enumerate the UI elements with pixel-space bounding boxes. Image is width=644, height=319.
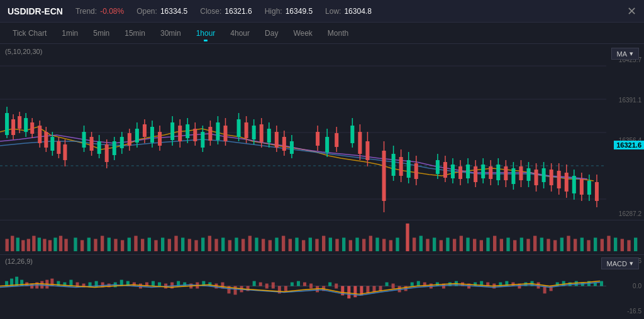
svg-rect-157 xyxy=(64,239,67,251)
svg-rect-147 xyxy=(11,236,14,252)
svg-rect-160 xyxy=(87,237,91,251)
high-stat: High: 16349.5 xyxy=(265,7,313,16)
svg-rect-177 xyxy=(201,237,204,251)
price-level-5: 16287.2 xyxy=(609,210,641,217)
svg-rect-183 xyxy=(242,239,245,251)
svg-rect-182 xyxy=(235,237,238,251)
open-value: 16334.5 xyxy=(160,7,187,16)
timeframe-tick-chart[interactable]: Tick Chart xyxy=(5,26,54,40)
price-chart: (5,10,20,30) MA ▾ xyxy=(0,44,644,220)
svg-rect-151 xyxy=(32,236,35,252)
timeframe-1min[interactable]: 1min xyxy=(54,26,86,40)
svg-rect-305 xyxy=(386,283,389,286)
trend-label: Trend: xyxy=(75,7,97,16)
svg-rect-192 xyxy=(302,240,305,251)
svg-rect-231 xyxy=(567,236,570,252)
svg-rect-172 xyxy=(168,239,171,251)
svg-rect-232 xyxy=(574,239,577,251)
timeframe-1hour[interactable]: 1hour xyxy=(189,26,223,40)
svg-rect-163 xyxy=(108,237,111,251)
svg-rect-176 xyxy=(194,240,197,251)
svg-rect-194 xyxy=(315,239,318,251)
svg-rect-148 xyxy=(16,237,19,251)
macd-label: (12,26,9) xyxy=(5,257,33,265)
macd-selector[interactable]: MACD ▾ xyxy=(601,257,639,269)
timeframe-day[interactable]: Day xyxy=(257,26,286,40)
svg-rect-165 xyxy=(121,240,124,251)
macd-level-2: 0.0 xyxy=(609,283,641,289)
svg-rect-240 xyxy=(627,240,630,251)
svg-rect-195 xyxy=(322,236,325,252)
svg-rect-215 xyxy=(460,236,463,252)
svg-rect-155 xyxy=(53,237,57,251)
header: USDIDR-ECN Trend: -0.08% Open: 16334.5 C… xyxy=(0,0,644,23)
timeframe-4hour[interactable]: 4hour xyxy=(223,26,257,40)
svg-rect-167 xyxy=(134,236,137,252)
svg-rect-185 xyxy=(255,237,258,251)
svg-rect-175 xyxy=(188,239,191,251)
price-scale: 16425.7 16391.1 16356.4 16287.2 xyxy=(606,44,644,220)
timeframe-week[interactable]: Week xyxy=(286,26,319,40)
timeframe-15min[interactable]: 15min xyxy=(117,26,153,40)
svg-rect-269 xyxy=(158,283,161,286)
svg-rect-168 xyxy=(141,239,144,251)
svg-rect-229 xyxy=(553,240,557,251)
svg-rect-180 xyxy=(221,237,225,251)
svg-rect-205 xyxy=(382,239,386,251)
svg-rect-292 xyxy=(303,283,306,286)
svg-rect-238 xyxy=(614,237,617,251)
svg-rect-170 xyxy=(154,240,157,251)
svg-rect-289 xyxy=(284,286,287,291)
svg-rect-179 xyxy=(214,239,218,251)
svg-rect-287 xyxy=(272,283,275,289)
svg-rect-156 xyxy=(59,236,62,252)
svg-rect-224 xyxy=(520,237,523,251)
svg-rect-268 xyxy=(152,281,155,286)
svg-rect-178 xyxy=(208,236,211,252)
svg-rect-190 xyxy=(289,239,292,251)
svg-rect-146 xyxy=(6,239,9,251)
price-level-2: 16391.1 xyxy=(609,97,641,104)
low-value: 16304.8 xyxy=(344,7,371,16)
price-chart-svg xyxy=(0,44,606,220)
svg-rect-191 xyxy=(295,237,298,251)
svg-rect-217 xyxy=(473,239,476,251)
svg-rect-218 xyxy=(480,240,483,251)
svg-rect-198 xyxy=(335,239,338,251)
svg-rect-174 xyxy=(181,237,184,251)
ma-selector[interactable]: MA ▾ xyxy=(611,48,640,60)
svg-rect-339 xyxy=(600,281,603,286)
svg-rect-202 xyxy=(362,239,365,251)
macd-svg xyxy=(0,255,606,317)
svg-rect-158 xyxy=(74,237,77,251)
svg-rect-291 xyxy=(297,281,300,286)
svg-rect-188 xyxy=(275,237,278,251)
svg-rect-149 xyxy=(21,240,25,251)
svg-rect-227 xyxy=(540,237,543,251)
svg-rect-196 xyxy=(329,237,332,251)
svg-rect-223 xyxy=(513,240,516,251)
svg-rect-186 xyxy=(262,239,265,251)
svg-rect-184 xyxy=(248,236,252,252)
svg-rect-209 xyxy=(419,236,423,252)
close-button[interactable]: ✕ xyxy=(627,4,636,18)
timeframe-30min[interactable]: 30min xyxy=(153,26,189,40)
svg-rect-236 xyxy=(601,239,604,251)
close-stat: Close: 16321.6 xyxy=(200,7,252,16)
timeframe-month[interactable]: Month xyxy=(320,26,356,40)
close-value: 16321.6 xyxy=(225,7,252,16)
timeframe-5min[interactable]: 5min xyxy=(86,26,117,40)
svg-rect-221 xyxy=(500,239,503,251)
trend-stat: Trend: -0.08% xyxy=(75,7,124,16)
open-stat: Open: 16334.5 xyxy=(136,7,187,16)
svg-rect-159 xyxy=(80,240,84,251)
svg-rect-239 xyxy=(621,239,624,251)
svg-rect-286 xyxy=(265,284,269,289)
svg-rect-203 xyxy=(369,236,372,252)
svg-rect-201 xyxy=(355,237,358,251)
svg-rect-208 xyxy=(413,237,416,251)
svg-rect-200 xyxy=(349,240,352,251)
svg-rect-212 xyxy=(440,240,443,251)
svg-rect-309 xyxy=(411,283,414,286)
svg-rect-297 xyxy=(335,284,338,289)
